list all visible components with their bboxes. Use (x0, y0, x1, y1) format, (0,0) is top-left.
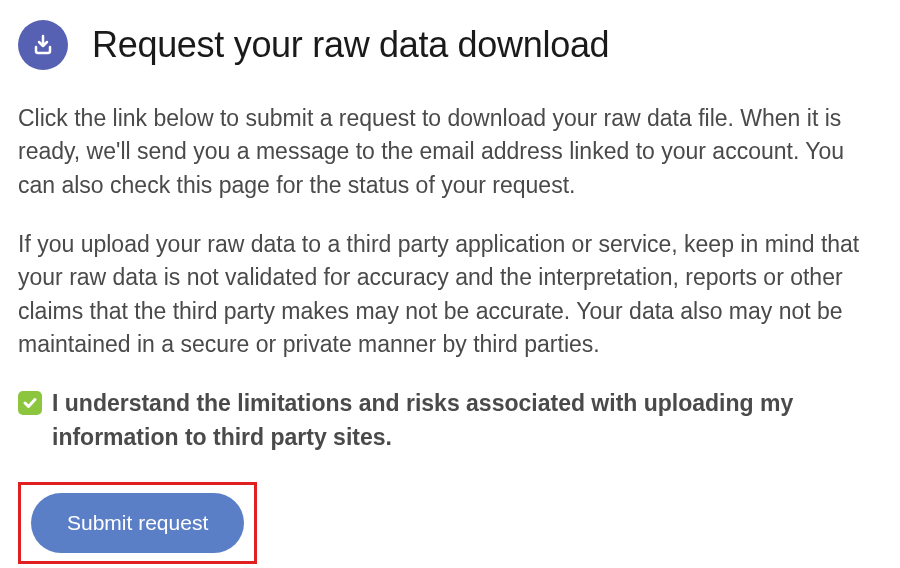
submit-highlight-box: Submit request (18, 482, 257, 564)
page-title: Request your raw data download (92, 24, 609, 66)
consent-checkbox[interactable] (18, 391, 42, 415)
submit-request-button[interactable]: Submit request (31, 493, 244, 553)
download-icon (18, 20, 68, 70)
info-paragraph-1: Click the link below to submit a request… (18, 102, 882, 202)
consent-label: I understand the limitations and risks a… (52, 387, 882, 454)
page-header: Request your raw data download (18, 20, 882, 70)
consent-row: I understand the limitations and risks a… (18, 387, 882, 454)
info-paragraph-2: If you upload your raw data to a third p… (18, 228, 882, 361)
